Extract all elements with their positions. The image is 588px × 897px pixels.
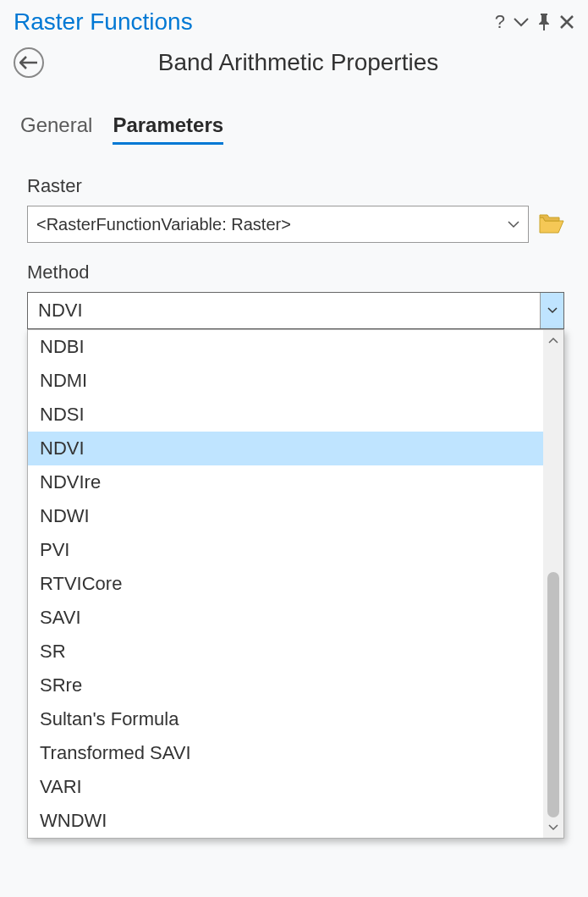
folder-open-icon: [539, 214, 564, 234]
scroll-up-button[interactable]: [543, 330, 563, 350]
page-title: Band Arithmetic Properties: [56, 49, 541, 76]
chevron-down-icon: [548, 824, 558, 831]
scrollbar[interactable]: [543, 330, 563, 838]
pin-icon[interactable]: [537, 14, 551, 30]
dropdown-toggle-button[interactable]: [540, 293, 563, 328]
method-option[interactable]: SR: [28, 635, 543, 669]
method-label: Method: [27, 261, 564, 283]
chevron-down-icon: [547, 307, 558, 314]
method-value: NDVI: [38, 300, 83, 322]
method-option[interactable]: SRre: [28, 669, 543, 702]
method-option[interactable]: RTVICore: [28, 567, 543, 601]
chevron-down-icon: [508, 221, 519, 228]
method-option[interactable]: NDVI: [28, 432, 543, 465]
scroll-down-button[interactable]: [543, 817, 563, 838]
raster-select[interactable]: <RasterFunctionVariable: Raster>: [27, 206, 529, 243]
method-option[interactable]: NDWI: [28, 499, 543, 533]
tab-general[interactable]: General: [20, 110, 92, 145]
method-option[interactable]: NDMI: [28, 364, 543, 398]
close-icon[interactable]: [559, 14, 574, 30]
method-option[interactable]: SAVI: [28, 601, 543, 635]
method-option[interactable]: NDSI: [28, 398, 543, 432]
raster-value: <RasterFunctionVariable: Raster>: [36, 215, 291, 234]
chevron-down-icon[interactable]: [514, 17, 529, 27]
arrow-left-icon: [19, 56, 38, 69]
scroll-thumb[interactable]: [547, 572, 559, 817]
scroll-track[interactable]: [543, 350, 563, 817]
method-option[interactable]: VARI: [28, 770, 543, 804]
method-option[interactable]: NDVIre: [28, 465, 543, 499]
chevron-up-icon: [548, 337, 558, 344]
panel-title: Raster Functions: [14, 8, 495, 36]
method-option[interactable]: Transformed SAVI: [28, 736, 543, 770]
tab-parameters[interactable]: Parameters: [113, 110, 223, 145]
back-button[interactable]: [14, 47, 44, 78]
method-select[interactable]: NDVI: [27, 292, 564, 329]
help-icon[interactable]: ?: [495, 13, 505, 31]
raster-label: Raster: [27, 175, 564, 197]
method-option[interactable]: WNDWI: [28, 804, 543, 838]
method-option[interactable]: NDBI: [28, 330, 543, 364]
browse-folder-button[interactable]: [539, 214, 564, 234]
method-option[interactable]: PVI: [28, 533, 543, 567]
method-option[interactable]: Sultan's Formula: [28, 702, 543, 736]
method-dropdown-list: NDBINDMINDSINDVINDVIreNDWIPVIRTVICoreSAV…: [27, 329, 564, 839]
